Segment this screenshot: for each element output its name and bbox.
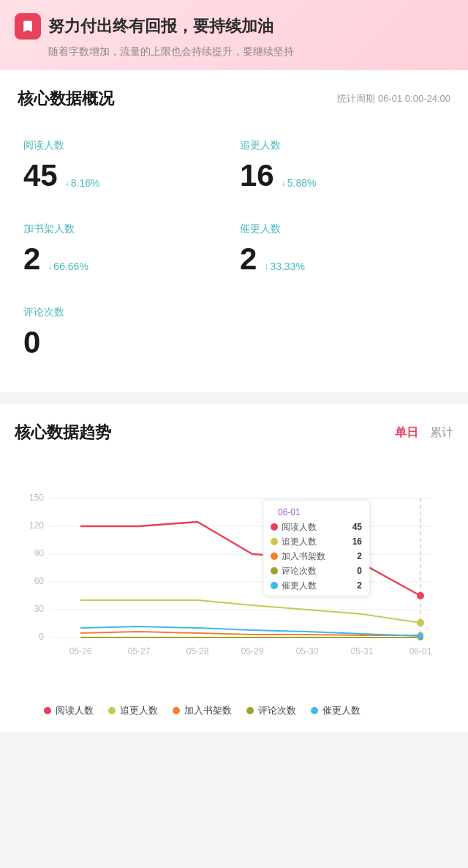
stat-comments: 评论次数 0 <box>18 294 450 378</box>
svg-text:05-30: 05-30 <box>296 646 319 656</box>
banner-title: 努力付出终有回报，要持续加油 <box>48 15 273 37</box>
legend-bookshelf: 加入书架数 <box>173 704 232 717</box>
stat-bookshelf: 加书架人数 2 ↓ 66.66% <box>18 211 234 294</box>
stat-urge-label: 催更人数 <box>240 222 445 236</box>
stat-followers-label: 追更人数 <box>240 139 445 152</box>
trend-header: 核心数据趋势 单日 累计 <box>15 422 453 444</box>
tab-single-day[interactable]: 单日 <box>395 424 418 442</box>
trend-tabs: 单日 累计 <box>395 424 453 442</box>
down-arrow-icon: ↓ <box>282 178 286 188</box>
chart-container: 0 30 60 90 120 150 05-26 05-27 05-28 05-… <box>15 458 453 692</box>
section-divider <box>0 398 468 404</box>
legend-followers: 追更人数 <box>108 704 158 717</box>
stat-comments-value: 0 <box>23 325 40 360</box>
legend-readers: 阅读人数 <box>44 704 94 717</box>
svg-text:阅读人数: 阅读人数 <box>282 522 317 532</box>
svg-text:2: 2 <box>357 551 362 561</box>
svg-text:05-27: 05-27 <box>128 646 151 656</box>
chart-legend: 阅读人数 追更人数 加入书架数 评论次数 催更人数 <box>15 704 453 717</box>
stat-bookshelf-value-row: 2 ↓ 66.66% <box>23 242 228 277</box>
svg-text:06-01: 06-01 <box>278 507 301 517</box>
stat-readers-label: 阅读人数 <box>23 139 228 152</box>
svg-text:追更人数: 追更人数 <box>282 536 317 547</box>
stat-comments-label: 评论次数 <box>23 306 445 319</box>
stat-urge-value: 2 <box>240 242 257 277</box>
svg-text:150: 150 <box>29 493 44 503</box>
chart-svg: 0 30 60 90 120 150 05-26 05-27 05-28 05-… <box>15 458 453 663</box>
stat-bookshelf-value: 2 <box>23 242 40 277</box>
stat-urge: 催更人数 2 ↓ 33.33% <box>234 211 450 294</box>
legend-label-comments: 评论次数 <box>258 704 296 717</box>
stat-urge-value-row: 2 ↓ 33.33% <box>240 242 445 277</box>
legend-dot-comments <box>246 707 254 714</box>
stat-followers-value-row: 16 ↓ 5.88% <box>240 158 445 193</box>
svg-point-24 <box>418 633 423 639</box>
banner-subtitle: 随着字数增加，流量的上限也会持续提升，要继续坚持 <box>15 45 453 59</box>
period-value: 06-01 0:00-24:00 <box>378 93 450 104</box>
legend-label-urge: 催更人数 <box>322 704 361 717</box>
svg-point-33 <box>271 553 278 560</box>
stat-bookshelf-change: ↓ 66.66% <box>48 261 88 272</box>
section-title: 核心数据概况 <box>18 88 114 110</box>
svg-text:0: 0 <box>39 632 44 642</box>
down-arrow-icon: ↓ <box>48 261 52 272</box>
svg-text:05-28: 05-28 <box>186 646 209 656</box>
legend-comments: 评论次数 <box>246 704 296 717</box>
stat-urge-change: ↓ 33.33% <box>264 261 304 272</box>
svg-point-30 <box>271 538 278 545</box>
stat-readers-value-row: 45 ↓ 8.16% <box>23 158 228 193</box>
svg-point-20 <box>417 592 424 599</box>
svg-point-27 <box>271 523 278 531</box>
svg-point-36 <box>271 567 278 575</box>
legend-label-followers: 追更人数 <box>120 704 158 717</box>
banner-title-row: 努力付出终有回报，要持续加油 <box>15 13 453 40</box>
tab-cumulative[interactable]: 累计 <box>430 424 453 442</box>
banner: 努力付出终有回报，要持续加油 随着字数增加，流量的上限也会持续提升，要继续坚持 <box>0 0 468 70</box>
svg-text:30: 30 <box>34 604 45 614</box>
svg-text:05-31: 05-31 <box>351 646 374 656</box>
trend-title: 核心数据趋势 <box>15 422 111 444</box>
stat-followers-value: 16 <box>240 158 274 193</box>
period-label: 统计周期 <box>337 93 375 104</box>
section-period: 统计周期 06-01 0:00-24:00 <box>337 92 450 105</box>
stat-readers-value: 45 <box>23 158 58 193</box>
svg-text:120: 120 <box>29 520 44 531</box>
legend-dot-bookshelf <box>173 707 180 714</box>
stat-comments-value-row: 0 <box>23 325 445 360</box>
section-header: 核心数据概况 统计周期 06-01 0:00-24:00 <box>18 88 450 110</box>
svg-text:催更人数: 催更人数 <box>282 580 317 591</box>
trend-section: 核心数据趋势 单日 累计 0 30 60 90 120 150 05-26 05… <box>0 404 468 732</box>
svg-text:06-01: 06-01 <box>410 646 432 656</box>
svg-text:评论次数: 评论次数 <box>282 566 317 576</box>
legend-label-bookshelf: 加入书架数 <box>184 704 232 717</box>
down-arrow-icon: ↓ <box>65 178 69 188</box>
stat-readers: 阅读人数 45 ↓ 8.16% <box>18 127 234 211</box>
stat-followers: 追更人数 16 ↓ 5.88% <box>234 127 450 211</box>
svg-text:16: 16 <box>352 536 363 547</box>
legend-dot-urge <box>311 707 318 714</box>
stat-followers-change: ↓ 5.88% <box>282 177 317 189</box>
legend-dot-readers <box>44 707 51 714</box>
stat-bookshelf-label: 加书架人数 <box>23 222 228 236</box>
svg-text:45: 45 <box>352 522 363 532</box>
svg-text:90: 90 <box>34 548 45 558</box>
svg-text:2: 2 <box>357 580 362 591</box>
svg-point-39 <box>271 582 278 589</box>
stat-readers-change: ↓ 8.16% <box>65 177 100 189</box>
svg-text:0: 0 <box>357 566 362 576</box>
stats-grid: 阅读人数 45 ↓ 8.16% 追更人数 16 ↓ 5.88% 加书架人数 <box>18 127 450 378</box>
svg-text:加入书架数: 加入书架数 <box>282 551 325 561</box>
down-arrow-icon: ↓ <box>264 261 268 272</box>
svg-text:05-29: 05-29 <box>241 646 264 656</box>
legend-dot-followers <box>108 707 116 714</box>
svg-text:60: 60 <box>34 576 45 586</box>
legend-label-readers: 阅读人数 <box>56 704 94 717</box>
legend-urge: 催更人数 <box>311 704 361 717</box>
svg-text:05-26: 05-26 <box>69 646 92 656</box>
core-stats-section: 核心数据概况 统计周期 06-01 0:00-24:00 阅读人数 45 ↓ 8… <box>0 70 468 392</box>
bookmark-icon <box>15 13 41 40</box>
svg-point-21 <box>417 619 424 626</box>
